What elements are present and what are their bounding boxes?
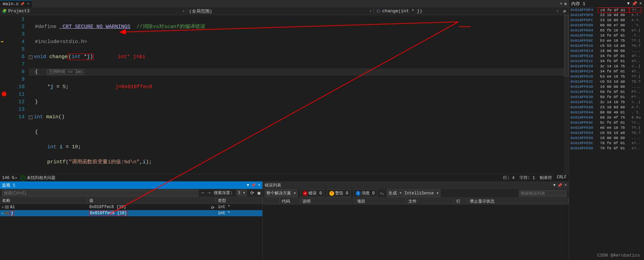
- split-button[interactable]: ⇄: [561, 9, 569, 14]
- project-label: Project3: [8, 9, 29, 14]
- col-state[interactable]: 禁止显示状态: [468, 198, 569, 204]
- dropdown-icon[interactable]: ▼: [553, 183, 556, 187]
- breakpoint-icon[interactable]: [2, 92, 6, 96]
- memory-row[interactable]: 0x010FFE08 18 fe 0f 01 .?..: [569, 33, 644, 38]
- dropdown-icon[interactable]: ▼: [247, 183, 249, 187]
- fold-icon[interactable]: −: [29, 115, 32, 119]
- function-label: change(int * j): [382, 9, 422, 14]
- memory-row[interactable]: 0x010FFE3C 3c 14 19 7b <..{: [569, 100, 644, 105]
- memory-row[interactable]: 0x010FFE34 50 fe 0f 01 P?..: [569, 90, 644, 95]
- pin-icon[interactable]: 📌: [632, 1, 637, 6]
- messages-toggle[interactable]: i消息 0: [353, 189, 377, 197]
- memory-row[interactable]: 0x010FFE38 50 fe 0f 01 P?..: [569, 95, 644, 100]
- pin-icon[interactable]: 📌: [20, 2, 24, 6]
- memory-row[interactable]: 0x010FFE0C b3 ee 18 7b ??.{: [569, 38, 644, 43]
- issues-indicator[interactable]: ✓ 未找到相关问题: [21, 175, 55, 181]
- pin-icon[interactable]: 📌: [251, 183, 256, 188]
- watch-search-input[interactable]: [2, 190, 198, 196]
- col-line[interactable]: 行: [454, 198, 468, 204]
- chevron-down-icon[interactable]: ▾: [183, 9, 185, 13]
- memory-row[interactable]: 0x010FFE50 eb ee 18 7b ??.{: [569, 125, 644, 131]
- eol-mode[interactable]: CRLF: [557, 175, 567, 181]
- indent-mode[interactable]: 制表符: [540, 175, 552, 181]
- watch-panel: 监视 1 ▼ 📌 × ← → 搜索深度: 3 ▾ ⟳ ▦: [0, 181, 263, 260]
- close-icon[interactable]: ×: [564, 183, 567, 187]
- memory-row[interactable]: 0x010FFE48 80 2e 4f 75 €.Ou: [569, 115, 644, 120]
- search-next[interactable]: →: [208, 190, 211, 195]
- annotation: j=0x010ffec8: [115, 83, 152, 91]
- zoom-level[interactable]: 146 %▾: [2, 176, 17, 180]
- memory-title: 内存 1: [571, 1, 586, 7]
- chevron-down-icon[interactable]: ▾: [556, 9, 558, 13]
- col-code[interactable]: 代码: [280, 198, 300, 204]
- close-icon[interactable]: ×: [27, 2, 29, 6]
- build-filter[interactable]: 生成 + IntelliSense ▾: [387, 189, 440, 197]
- breadcrumb-project[interactable]: 🧩 Project3 ▾: [0, 9, 187, 14]
- col-type[interactable]: 类型: [216, 197, 262, 204]
- close-icon[interactable]: ×: [639, 1, 642, 6]
- col-file[interactable]: 文件: [406, 198, 454, 204]
- memory-row[interactable]: 0x010FFE60 78 fe 0f 01 x?..: [569, 146, 644, 151]
- fold-icon[interactable]: −: [29, 55, 32, 59]
- check-icon: ✓: [21, 176, 25, 180]
- memory-row[interactable]: 0x010FFE18 34 fe 0f 01 4?..: [569, 54, 644, 59]
- memory-row[interactable]: 0x010FFE54 cb 53 1d a0 ?S.?: [569, 131, 644, 136]
- expand-icon[interactable]: ▷: [2, 205, 4, 209]
- watch-row[interactable]: ▷&i 0x010ffec8 {10}⟳ int *: [0, 204, 262, 210]
- tab-dropdown-icon[interactable]: ▼: [560, 2, 562, 6]
- col-name[interactable]: 名称: [0, 197, 87, 204]
- col-desc[interactable]: 说明: [300, 198, 355, 204]
- depth-select[interactable]: 3 ▾: [236, 190, 247, 196]
- file-tab[interactable]: main.c 📌 ×: [0, 0, 32, 8]
- watch-row[interactable]: ▷j 0x010ffec8 {10} int *: [0, 210, 262, 216]
- memory-title-bar[interactable]: 内存 1 ▼ 📌 ×: [569, 0, 644, 8]
- memory-row[interactable]: 0x010FFE28 b3 ee 18 7b ??.{: [569, 74, 644, 79]
- info-icon: i: [356, 191, 360, 196]
- memory-row[interactable]: 0x010FFE40 23 10 9d 00 #.?.: [569, 105, 644, 110]
- code-content[interactable]: #define _CRT_SECURE_NO_WARNINGS //消除vs对s…: [29, 15, 564, 174]
- memory-row[interactable]: 0x010FFE4C 5c fe 0f 01 \?..: [569, 120, 644, 125]
- memory-row[interactable]: 0x010FFE24 34 fe 0f 01 4?..: [569, 69, 644, 74]
- memory-row[interactable]: 0x010FFE04 65 fb 18 7b e?.{: [569, 28, 644, 33]
- refresh-icon[interactable]: ⟳: [211, 205, 214, 210]
- col-value[interactable]: 值: [87, 197, 216, 204]
- col-proj[interactable]: 项目: [355, 198, 406, 204]
- breadcrumb-function[interactable]: ⬡ change(int * j) ▾: [374, 9, 561, 14]
- memory-row[interactable]: 0x010FFE5C 78 fe 0f 01 x?..: [569, 141, 644, 146]
- clear-icon[interactable]: ✕ᵧ: [380, 191, 384, 196]
- memory-row[interactable]: 0x010FFE14 16 00 00 00 ....: [569, 49, 644, 54]
- watch-title-bar[interactable]: 监视 1 ▼ 📌 ×: [0, 181, 262, 189]
- pin-icon[interactable]: 📌: [557, 183, 562, 188]
- memory-row[interactable]: 0x010FFE10 cb 53 1d a0 ?S.?: [569, 43, 644, 49]
- breadcrumb-scope[interactable]: (全局范围) ▾: [187, 8, 374, 14]
- warnings-toggle[interactable]: !警告 0: [327, 189, 351, 197]
- depth-label: 搜索深度:: [214, 190, 233, 196]
- memory-row[interactable]: 0x010FFE30 16 00 00 00 ....: [569, 84, 644, 90]
- memory-row[interactable]: 0x010FFDF4 c8 fe 0f 01 ??..: [569, 8, 644, 13]
- errors-toggle[interactable]: ✕错误 0: [300, 189, 324, 197]
- memory-row[interactable]: 0x010FFE58 16 00 00 00 ....: [569, 136, 644, 141]
- error-filter-input[interactable]: [519, 190, 567, 197]
- memory-row[interactable]: 0x010FFE44 08 60 49 01 .`I.: [569, 110, 644, 115]
- memory-panel: 内存 1 ▼ 📌 × 0x010FFDF4 c8 fe 0f 01 ??..0x…: [569, 0, 644, 260]
- scrollbar[interactable]: [564, 15, 569, 174]
- expand-icon[interactable]: ▷: [2, 211, 4, 215]
- memory-row[interactable]: 0x010FFE20 3c 14 19 7b <..{: [569, 64, 644, 69]
- scope-select[interactable]: 整个解决方案 ▾: [265, 189, 298, 197]
- search-prev[interactable]: ←: [202, 190, 205, 195]
- toolbar-icon[interactable]: ▦: [258, 190, 260, 196]
- dropdown-icon[interactable]: ▼: [627, 1, 630, 6]
- toolbar-icon[interactable]: ⟳: [250, 190, 254, 196]
- breadcrumb: 🧩 Project3 ▾ (全局范围) ▾ ⬡ change(int * j) …: [0, 8, 569, 15]
- memory-row[interactable]: 0x010FFE00 00 60 e7 00 .`?.: [569, 23, 644, 28]
- gear-icon[interactable]: ⚙: [564, 1, 567, 6]
- memory-row[interactable]: 0x010FFDF8 23 10 9d 00 #.?.: [569, 13, 644, 18]
- memory-row[interactable]: 0x010FFE2C cb 53 1d a0 ?S.?: [569, 79, 644, 84]
- memory-body[interactable]: 0x010FFDF4 c8 fe 0f 01 ??..0x010FFDF8 23…: [569, 8, 644, 260]
- error-title-bar[interactable]: 错误列表 ▼ 📌 ×: [263, 181, 569, 189]
- code-editor[interactable]: ➡ 1234567891011121314 #define _CRT_SECUR…: [0, 15, 569, 174]
- memory-row[interactable]: 0x010FFDFC 23 10 9d 00 #.?.: [569, 18, 644, 23]
- close-icon[interactable]: ×: [258, 183, 260, 187]
- memory-row[interactable]: 0x010FFE1C 34 fe 0f 01 4?..: [569, 59, 644, 64]
- chevron-down-icon[interactable]: ▾: [369, 9, 371, 13]
